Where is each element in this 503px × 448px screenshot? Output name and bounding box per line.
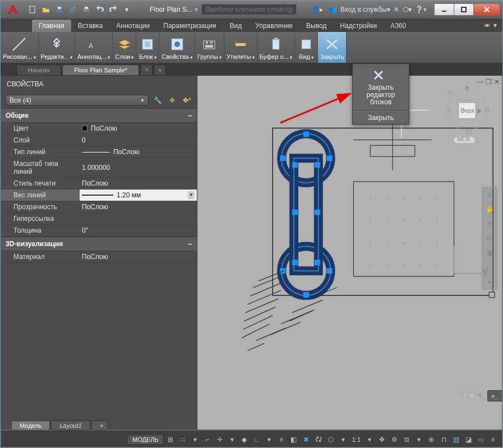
tab-параметризация[interactable]: Параметризация [156, 20, 223, 32]
ribbon-clip[interactable]: Буфер о... [257, 32, 295, 63]
lineweight-icon[interactable]: ≡ [276, 434, 287, 445]
snap-icon[interactable]: ∷ [177, 434, 188, 445]
tab-вид[interactable]: Вид [223, 20, 249, 32]
ribbon-close[interactable]: Закрыть [318, 32, 347, 63]
login-icon[interactable]: 👤▸👥 [311, 6, 337, 13]
redo-icon[interactable] [107, 3, 119, 16]
quick-select-icon[interactable]: 🔧 [152, 95, 163, 106]
prop-row[interactable]: Вес линий1.20 мм▼ [1, 190, 197, 201]
select-objects-icon[interactable]: ✥ [167, 95, 178, 106]
polar-menu-icon[interactable]: ▾ [227, 434, 238, 445]
prop-row[interactable]: Стиль печатиПоСлою [1, 178, 197, 190]
prop-row[interactable]: Толщина0" [1, 225, 197, 237]
qat-more-icon[interactable]: ▾ [121, 3, 133, 16]
sc-icon[interactable]: ✖ [301, 434, 312, 445]
ribbon-props[interactable]: Свойства [159, 32, 195, 63]
ribbon-groups[interactable]: Группы [195, 32, 224, 63]
ribbon-layers[interactable]: Слои [113, 32, 136, 63]
zoom-extents-icon[interactable]: ⤧ [484, 218, 495, 229]
tab-главная[interactable]: Главная [32, 20, 71, 32]
canvas-minimize-icon[interactable]: — [477, 78, 483, 86]
snap-menu-icon[interactable]: ▾ [190, 434, 201, 445]
tab-управление[interactable]: Управление [248, 20, 299, 32]
ribbon-block[interactable]: Блок [136, 32, 159, 63]
layout-tab[interactable]: Layout1 [51, 421, 90, 431]
new-icon[interactable] [26, 3, 39, 16]
drawing-canvas[interactable]: — ❐ ✕ [197, 76, 502, 429]
search-input[interactable] [201, 4, 297, 15]
osnap-icon[interactable]: ∟ [251, 434, 262, 445]
annovis-icon[interactable]: ⚙ [389, 434, 400, 445]
dropdown-icon[interactable]: ▼ [188, 191, 195, 199]
ortho-icon[interactable]: ⌐ [202, 434, 213, 445]
doc-tab[interactable]: Floor Plan Sample* [62, 64, 139, 76]
isoplane-icon[interactable]: ◆ [239, 434, 250, 445]
hardware-icon[interactable]: ▧ [450, 434, 462, 445]
polar-icon[interactable]: ✛ [214, 434, 225, 445]
3dosnap-icon[interactable]: ⬠ [325, 434, 336, 445]
saveas-icon[interactable] [67, 3, 79, 16]
exchange-apps-icon[interactable]: ⬡▾ [403, 6, 412, 13]
login-link[interactable]: Вход в службы▾ [340, 6, 390, 13]
nav-more-icon[interactable]: ⋯ [484, 262, 495, 273]
nav-expand-icon[interactable]: ▾ [484, 276, 495, 288]
doc-tab[interactable]: Начало [16, 64, 61, 76]
canvas-restore-icon[interactable]: ❐ [486, 78, 492, 86]
layout-tab[interactable]: Модель [11, 421, 50, 431]
close-editor-icon[interactable] [371, 68, 390, 82]
ribbon-app-icon[interactable]: 📼 [483, 21, 491, 29]
prop-row[interactable]: МатериалПоСлою [1, 251, 197, 263]
collapse-icon[interactable]: – [188, 239, 192, 248]
maximize-button[interactable] [454, 3, 474, 16]
tab-a360[interactable]: A360 [384, 20, 413, 32]
cycle-icon[interactable]: 🗘 [313, 434, 324, 445]
ribbon-utils[interactable]: Утилиты [224, 32, 257, 63]
help-icon[interactable]: ❔▾ [415, 6, 427, 13]
scale-menu-icon[interactable]: ▾ [364, 434, 375, 445]
prop-row[interactable]: Слой0 [1, 135, 197, 146]
doc-tab-add[interactable]: + [154, 64, 166, 76]
ribbon-annot[interactable]: AАннотац... [75, 32, 113, 63]
customize-icon[interactable]: ≡ [487, 434, 499, 445]
collapse-icon[interactable]: – [188, 111, 192, 120]
navigation-bar[interactable]: ◎ ✋ ⤧ ⟳ ▣ ⋯ ▾ [482, 187, 497, 290]
viewcube[interactable]: С В Ю З Верх МСК ▽ [445, 85, 490, 146]
prop-row[interactable]: ЦветПоСлою [1, 123, 197, 135]
ribbon-collapse-icon[interactable]: ▾ [493, 21, 497, 29]
prop-row[interactable]: Гиперссылка [1, 213, 197, 225]
3dosnap-menu-icon[interactable]: ▾ [338, 434, 349, 445]
monitor-icon[interactable]: ⊕ [426, 434, 437, 445]
command-line[interactable]: ⋮⋮ ✕ 🔧 ▸_ Введите команду ▴ [456, 390, 490, 402]
layout-tab-add[interactable]: + [91, 421, 108, 431]
prop-row[interactable]: Тип линийПоСлою [1, 146, 197, 158]
ws-menu-icon[interactable]: ▾ [413, 434, 424, 445]
tab-вывод[interactable]: Вывод [299, 20, 333, 32]
cmdline-close-icon[interactable]: ✕ [469, 391, 474, 401]
units-icon[interactable]: ⊓ [438, 434, 449, 445]
transparency-icon[interactable]: ◧ [288, 434, 299, 445]
prop-group-header[interactable]: Общие– [1, 108, 197, 123]
exchange-icon[interactable]: ✕ [394, 6, 399, 13]
cmdline-config-icon[interactable]: 🔧 [477, 391, 485, 401]
isolate-icon[interactable]: ◪ [463, 434, 474, 445]
app-logo[interactable] [2, 2, 24, 17]
wheel-icon[interactable]: ◎ [484, 189, 495, 200]
ribbon-edit[interactable]: Редакти... [39, 32, 76, 63]
ribbon-draw[interactable]: Рисован... [1, 32, 39, 63]
status-model-chip[interactable]: МОДЕЛЬ [127, 435, 164, 445]
search-box[interactable] [201, 4, 297, 15]
ws-icon[interactable]: ⧉ [401, 434, 412, 445]
print-icon[interactable] [80, 3, 93, 16]
canvas-close-icon[interactable]: ✕ [494, 78, 500, 86]
tab-аннотации[interactable]: Аннотации [109, 20, 156, 32]
undo-icon[interactable] [94, 3, 106, 16]
prop-group-header[interactable]: 3D-визуализация– [1, 237, 197, 251]
status-scale[interactable]: 1:1 [352, 436, 361, 443]
doc-tab-close-icon[interactable]: ✕ [140, 64, 153, 76]
orbit-icon[interactable]: ⟳ [484, 233, 495, 244]
window-close-button[interactable] [473, 3, 500, 16]
open-icon[interactable] [40, 3, 52, 16]
quick-calc-icon[interactable]: ✥* [181, 95, 192, 106]
ribbon-view[interactable]: Вид [295, 32, 318, 63]
tab-надстройки[interactable]: Надстройки [333, 20, 384, 32]
